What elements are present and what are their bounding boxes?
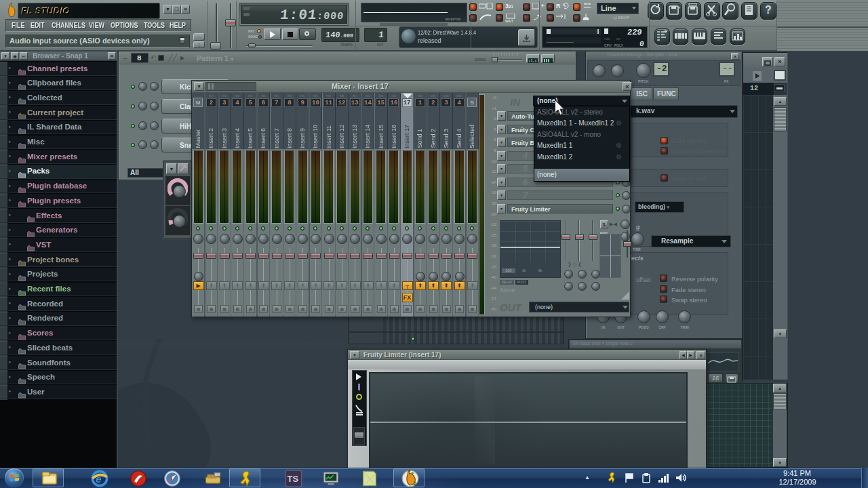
svg-text:e: e	[96, 473, 102, 485]
svg-text:TS: TS	[288, 474, 299, 484]
svg-text:9: 9	[414, 481, 417, 487]
svg-text:WAIT: WAIT	[505, 19, 513, 23]
svg-text:321: 321	[505, 3, 513, 9]
svg-text:?: ?	[765, 4, 772, 16]
svg-text:R: R	[556, 3, 561, 9]
svg-text:+: +	[677, 5, 681, 11]
